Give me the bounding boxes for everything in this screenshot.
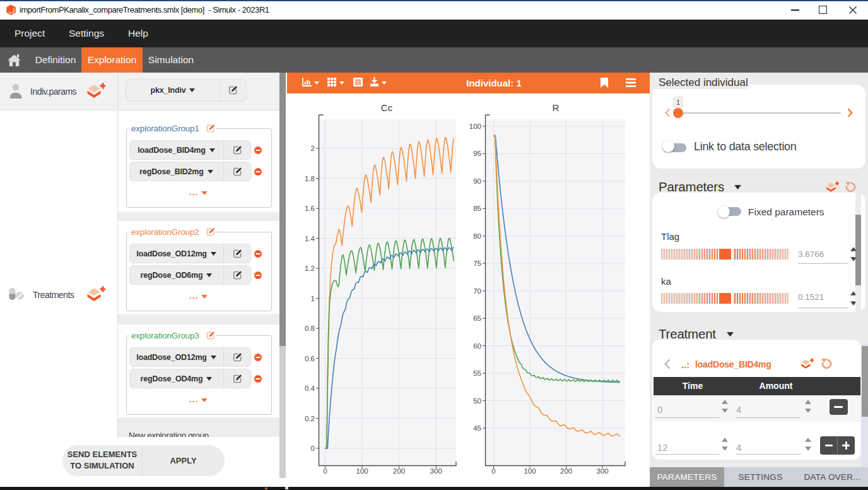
svg-text:65: 65 (473, 314, 481, 322)
svg-text:60: 60 (473, 342, 481, 350)
svg-text:100: 100 (524, 467, 536, 475)
svg-text:0.2: 0.2 (305, 415, 315, 422)
svg-text:200: 200 (393, 467, 405, 475)
svg-text:45: 45 (473, 424, 481, 432)
svg-text:2: 2 (311, 145, 315, 152)
svg-text:1.8: 1.8 (305, 175, 315, 182)
svg-text:70: 70 (473, 287, 481, 295)
svg-text:100: 100 (356, 467, 368, 475)
svg-text:0: 0 (323, 467, 327, 475)
svg-text:1.2: 1.2 (305, 265, 315, 272)
svg-text:0.4: 0.4 (305, 385, 315, 392)
svg-text:0.6: 0.6 (305, 355, 315, 362)
svg-text:80: 80 (473, 232, 481, 240)
svg-text:95: 95 (473, 150, 481, 157)
svg-text:0.8: 0.8 (305, 325, 315, 332)
svg-text:100: 100 (469, 122, 481, 130)
svg-text:85: 85 (473, 205, 481, 212)
svg-text:55: 55 (473, 369, 481, 377)
svg-text:200: 200 (560, 467, 572, 475)
svg-text:1: 1 (311, 295, 315, 302)
svg-text:1.4: 1.4 (305, 235, 315, 242)
svg-text:0: 0 (491, 467, 495, 475)
svg-text:1.6: 1.6 (305, 205, 315, 212)
svg-text:300: 300 (430, 467, 442, 475)
svg-text:0: 0 (311, 445, 315, 452)
svg-text:300: 300 (597, 467, 609, 475)
svg-text:90: 90 (473, 177, 481, 185)
svg-text:75: 75 (473, 260, 481, 267)
svg-text:50: 50 (473, 397, 481, 405)
